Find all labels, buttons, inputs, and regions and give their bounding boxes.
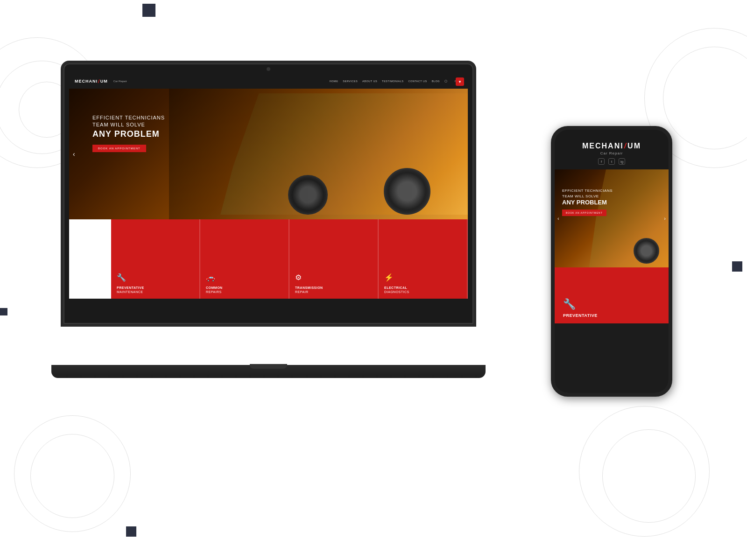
phone-hero-bold-text: ANY PROBLEM [562,199,613,206]
logo-text-1: MECHANI [75,79,98,84]
phone-hero-prev-button[interactable]: ‹ [557,216,559,221]
phone-power-button [671,186,672,209]
laptop-body: MECHANI / UM Car Repair HOME SERVICES AB… [61,61,476,327]
services-strip: 🔧 PREVENTATIVEMAINTENANCE 🚗 COMMONREPAIR… [69,219,468,299]
phone-hero-text-block: EFFICIENT TECHNICIANS TEAM WILL SOLVE AN… [562,188,613,216]
wrench-icon: 🔧 [117,273,194,282]
lightning-icon: ⚡ [384,273,461,282]
phone-notch [593,130,630,140]
phone-hero: ‹ › EFFICIENT TECHNICIANS TEAM WILL SOLV… [555,169,669,267]
service-name-3: TRANSMISSIONREPAIR [295,286,372,294]
hero-bold-text: ANY PROBLEM [92,130,165,139]
square-decoration [0,308,7,315]
phone-instagram-icon[interactable]: ig [619,158,625,165]
phone-logo-slash: / [624,142,627,150]
laptop-hinge [250,364,287,369]
website-content: MECHANI / UM Car Repair HOME SERVICES AB… [69,74,468,320]
phone-twitter-icon[interactable]: t [608,158,615,165]
phone-social-icons: f t ig [561,158,662,165]
search-icon[interactable] [444,80,447,83]
laptop-device: MECHANI / UM Car Repair HOME SERVICES AB… [61,61,476,378]
square-decoration [142,4,155,17]
service-name-4: ELECTRICALDIAGNOSTICS [384,286,461,294]
phone-hero-top-text: EFFICIENT TECHNICIANS TEAM WILL SOLVE [562,188,613,199]
phone-car-wheel [634,238,659,264]
square-decoration [732,261,742,272]
phone-site-logo: MECHANI / UM [561,142,662,150]
service-card-empty [69,219,111,299]
phone-wrench-icon: 🔧 [563,298,660,310]
nav-link-testimonials[interactable]: TESTIMONIALS [382,80,403,83]
dropdown-arrow[interactable]: ▼ [456,77,464,86]
logo-slash: / [98,79,100,84]
hero-prev-button[interactable]: ‹ [73,150,75,158]
site-nav-links: HOME SERVICES ABOUT US TESTIMONIALS CONT… [330,80,462,83]
nav-link-home[interactable]: HOME [330,80,338,83]
hero-top-text: EFFICIENT TECHNICIANS TEAM WILL SOLVE [92,114,165,129]
car-icon: 🚗 [206,273,283,282]
nav-link-services[interactable]: SERVICES [343,80,358,83]
hero-overlay [169,89,468,219]
hero-cta-button[interactable]: BOOK AN APPOINTMENT [92,145,146,152]
service-name-2: COMMONREPAIRS [206,286,283,294]
site-logo: MECHANI / UM [75,79,108,84]
phone-logo-text-2: UM [627,142,641,150]
service-card-transmission[interactable]: ⚙ TRANSMISSIONREPAIR [289,219,379,299]
service-card-electrical[interactable]: ⚡ ELECTRICALDIAGNOSTICS [379,219,468,299]
main-scene: MECHANI / UM Car Repair HOME SERVICES AB… [61,23,686,537]
phone-body: MECHANI / UM Car Repair f t ig ‹ [551,126,672,397]
nav-link-about[interactable]: ABOUT US [362,80,377,83]
phone-hero-cta-button[interactable]: BOOK AN APPOINTMENT [562,210,606,216]
site-hero: ‹ EFFICIENT TECHNICIANS TEAM WILL SOLVE … [69,89,468,219]
site-subtitle: Car Repair [113,80,127,83]
laptop-base [51,365,486,378]
phone-screen: MECHANI / UM Car Repair f t ig ‹ [555,130,669,393]
phone-volume-up-button [551,172,552,186]
service-name-1: PREVENTATIVEMAINTENANCE [117,286,194,294]
phone-service-name: PREVENTATIVE [563,313,660,318]
phone-services-section: 🔧 PREVENTATIVE [555,267,669,323]
phone-logo-text-1: MECHANI [582,142,624,150]
logo-text-2: UM [100,79,108,84]
nav-link-blog[interactable]: BLOG [432,80,440,83]
laptop-screen: MECHANI / UM Car Repair HOME SERVICES AB… [69,74,468,320]
service-card-common[interactable]: 🚗 COMMONREPAIRS [200,219,289,299]
laptop-camera [267,67,270,71]
site-navbar: MECHANI / UM Car Repair HOME SERVICES AB… [69,74,468,89]
nav-link-contact[interactable]: CONTACT US [408,80,427,83]
phone-device: MECHANI / UM Car Repair f t ig ‹ [551,126,672,406]
service-card-preventative[interactable]: 🔧 PREVENTATIVEMAINTENANCE [111,219,200,299]
phone-hero-next-button[interactable]: › [664,216,666,221]
phone-facebook-icon[interactable]: f [598,158,605,165]
gear-icon: ⚙ [295,273,372,282]
hero-text-block: EFFICIENT TECHNICIANS TEAM WILL SOLVE AN… [92,114,165,152]
phone-volume-down-button [551,190,552,204]
phone-site-subtitle: Car Repair [561,151,662,155]
